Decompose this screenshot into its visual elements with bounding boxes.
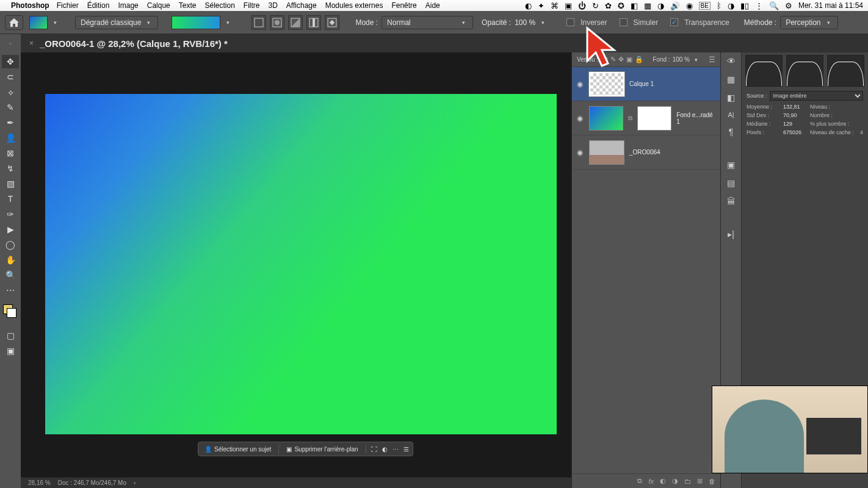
- menu-modules[interactable]: Modules externes: [325, 1, 383, 10]
- menu-fenetre[interactable]: Fenêtre: [391, 1, 416, 10]
- crop-tool[interactable]: ✎: [2, 101, 19, 114]
- lock-pixels-icon[interactable]: ▦: [602, 56, 608, 63]
- quick-mask-icon[interactable]: ▢: [2, 329, 19, 342]
- brush-tool[interactable]: 👤: [2, 131, 19, 145]
- layer-mask-thumbnail[interactable]: [637, 106, 671, 131]
- gradient-radial-button[interactable]: [270, 15, 284, 30]
- tool-preset-thumb[interactable]: [29, 16, 48, 29]
- lock-position-icon[interactable]: ✥: [618, 56, 624, 63]
- chevron-down-icon[interactable]: ▾: [51, 20, 59, 26]
- lock-brush-icon[interactable]: ✎: [610, 56, 616, 63]
- opacity-value[interactable]: 100 %: [515, 18, 535, 27]
- grid-icon[interactable]: ▦: [727, 74, 735, 84]
- pen-tool[interactable]: ✑: [2, 207, 19, 221]
- edit-toolbar[interactable]: ⋯: [2, 284, 19, 297]
- chevron-down-icon[interactable]: ▾: [539, 20, 547, 26]
- transform-icon[interactable]: ⛶: [371, 446, 377, 453]
- gradient-preview[interactable]: [172, 16, 220, 29]
- lasso-tool[interactable]: ⊂: [2, 70, 19, 84]
- chevron-down-icon[interactable]: ▾: [224, 20, 232, 26]
- status-arrow-icon[interactable]: ›: [134, 479, 136, 486]
- menu-selection[interactable]: Sélection: [204, 1, 234, 10]
- libraries-icon[interactable]: ▤: [727, 178, 735, 188]
- mode-dropdown[interactable]: Normal ▾: [382, 16, 473, 29]
- gradient-linear-button[interactable]: [251, 15, 266, 30]
- layer-row[interactable]: ◉ ⧉ Fond e...radé 1: [572, 101, 720, 135]
- adjustments-icon[interactable]: ◧: [727, 93, 735, 102]
- tray-icon[interactable]: ✿: [605, 1, 612, 10]
- lock-artboard-icon[interactable]: ▣: [626, 56, 632, 63]
- control-center-icon[interactable]: ⚙: [785, 1, 792, 10]
- menu-affichage[interactable]: Affichage: [286, 1, 317, 10]
- adjustment-icon[interactable]: ◑: [672, 477, 678, 485]
- tray-icon[interactable]: ◑: [728, 1, 734, 10]
- gradient-diamond-button[interactable]: [325, 15, 339, 30]
- tray-icon[interactable]: ◧: [631, 1, 638, 10]
- search-icon[interactable]: 🔍: [769, 1, 779, 10]
- character-icon[interactable]: A|: [728, 111, 734, 118]
- group-icon[interactable]: 🗀: [684, 478, 691, 485]
- clock[interactable]: Mer. 31 mai à 11:54: [798, 1, 863, 10]
- wifi-icon[interactable]: ⋮: [755, 1, 763, 10]
- gradient-angle-button[interactable]: [288, 15, 303, 30]
- menu-edition[interactable]: Édition: [87, 1, 110, 10]
- methode-dropdown[interactable]: Perception ▾: [780, 16, 837, 29]
- type-tool[interactable]: T: [2, 192, 19, 206]
- link-layers-icon[interactable]: ⧉: [637, 477, 642, 485]
- close-tab-icon[interactable]: ×: [29, 39, 34, 48]
- gradient-type-dropdown[interactable]: Dégradé classique ▾: [75, 16, 158, 29]
- frame-tool[interactable]: ⊠: [2, 146, 19, 160]
- gradient-tool[interactable]: ▧: [2, 177, 19, 190]
- tray-icon[interactable]: ⏻: [578, 1, 586, 10]
- panel-menu-icon[interactable]: ☰: [709, 56, 715, 64]
- tray-icon[interactable]: ◉: [686, 1, 693, 10]
- layer-name[interactable]: Calque 1: [629, 81, 654, 87]
- visibility-toggle-icon[interactable]: ◉: [576, 148, 584, 157]
- quick-select-tool[interactable]: ⟡: [2, 85, 19, 99]
- inverser-checkbox[interactable]: [566, 18, 574, 26]
- visibility-toggle-icon[interactable]: ◉: [576, 80, 584, 88]
- layer-thumbnail[interactable]: [589, 140, 624, 165]
- collapse-handle-icon[interactable]: »: [2, 40, 19, 47]
- zoom-level[interactable]: 28,16 %: [28, 479, 51, 486]
- more-icon[interactable]: ⋯: [392, 446, 399, 453]
- eyedropper-tool[interactable]: ✒: [2, 116, 19, 129]
- zoom-tool[interactable]: 🔍: [2, 268, 19, 282]
- tray-icon[interactable]: ↻: [592, 1, 599, 10]
- clone-tool[interactable]: ↯: [2, 162, 19, 175]
- tray-icon[interactable]: ▦: [644, 1, 651, 10]
- document-tab[interactable]: × _ORO0064-1 @ 28,2% (Calque 1, RVB/16*)…: [21, 34, 236, 52]
- simuler-checkbox[interactable]: [620, 18, 627, 26]
- history-icon[interactable]: 🏛: [727, 196, 736, 206]
- ellipse-tool[interactable]: ◯: [2, 238, 19, 251]
- menu-3d[interactable]: 3D: [269, 1, 278, 10]
- layer-thumbnail[interactable]: [589, 72, 624, 96]
- path-select-tool[interactable]: ▶: [2, 223, 19, 236]
- swatches-icon[interactable]: ▣: [727, 160, 735, 170]
- tray-icon[interactable]: ✪: [618, 1, 624, 10]
- actions-icon[interactable]: ▸|: [728, 229, 734, 239]
- tray-icon[interactable]: ▣: [565, 1, 572, 10]
- fx-icon[interactable]: fx: [648, 478, 654, 485]
- home-button[interactable]: [5, 15, 23, 30]
- tray-lang[interactable]: BE: [699, 2, 711, 10]
- menu-texte[interactable]: Texte: [179, 1, 197, 10]
- doc-size[interactable]: Doc : 246,7 Mo/246,7 Mo: [58, 479, 126, 486]
- foreground-background-colors[interactable]: [2, 304, 19, 318]
- lock-all-icon[interactable]: 🔒: [635, 56, 643, 63]
- chevron-down-icon[interactable]: ▾: [692, 57, 700, 63]
- fond-value[interactable]: 100 %: [673, 56, 690, 63]
- tray-icon[interactable]: ◑: [657, 1, 664, 10]
- layer-row[interactable]: ◉ _ORO0064: [572, 135, 720, 170]
- tray-icon[interactable]: ◐: [525, 1, 532, 10]
- menu-calque[interactable]: Calque: [147, 1, 170, 10]
- new-layer-icon[interactable]: ⊞: [697, 477, 703, 485]
- select-subject-button[interactable]: 👤Sélectionner un sujet: [202, 445, 273, 454]
- battery-icon[interactable]: ▮▯: [740, 1, 749, 10]
- visibility-toggle-icon[interactable]: ◉: [576, 114, 584, 123]
- layer-row[interactable]: ◉ Calque 1: [572, 67, 720, 101]
- link-icon[interactable]: ⧉: [628, 115, 632, 122]
- paragraph-icon[interactable]: ¶: [729, 127, 734, 137]
- bluetooth-icon[interactable]: ᛒ: [717, 1, 722, 10]
- tray-icon[interactable]: ✦: [538, 1, 544, 10]
